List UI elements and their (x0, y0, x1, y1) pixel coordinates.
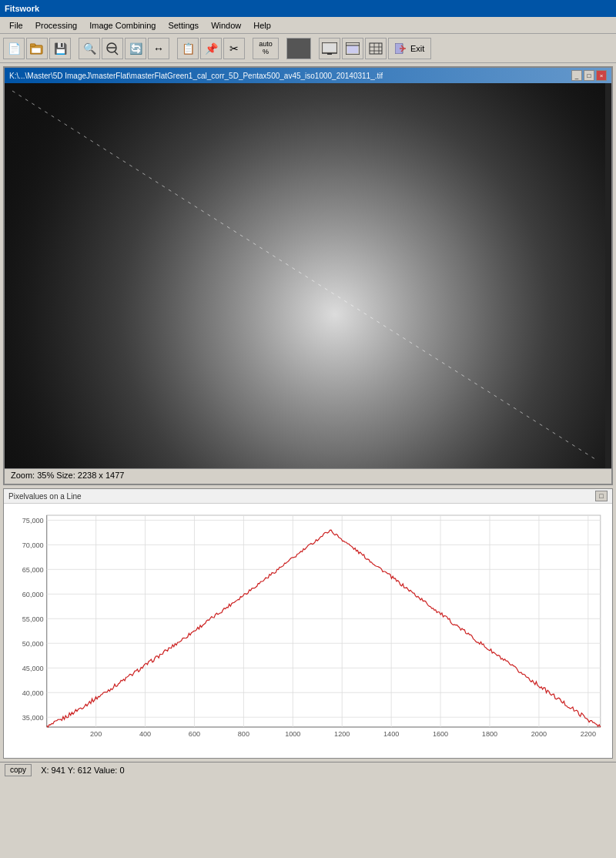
svg-rect-10 (347, 45, 358, 53)
svg-text:45,000: 45,000 (22, 665, 44, 672)
chart-area: 35,00040,00045,00050,00055,00060,00065,0… (4, 504, 612, 758)
toolbar-paste-button[interactable]: 📌 (200, 38, 222, 59)
flat-field-image (5, 83, 605, 468)
chart-options-button[interactable]: □ (595, 491, 608, 501)
svg-text:1800: 1800 (482, 730, 497, 738)
svg-rect-21 (47, 515, 601, 727)
toolbar-zoom-in-button[interactable]: 🔍 (79, 38, 100, 59)
toolbar-flip-button[interactable]: ↔ (148, 38, 169, 59)
svg-text:75,000: 75,000 (22, 517, 44, 525)
app-title-bar: Fitswork (0, 0, 616, 17)
app-title: Fitswork (5, 4, 39, 13)
menu-help[interactable]: Help (247, 19, 277, 32)
image-window-titlebar: K:\...\Master\5D ImageJ\masterFlat\maste… (5, 68, 611, 83)
toolbar-auto-button[interactable]: auto% (253, 38, 279, 59)
svg-rect-1 (30, 44, 35, 46)
svg-text:2000: 2000 (531, 730, 547, 738)
toolbar-save-button[interactable]: 💾 (49, 38, 71, 59)
svg-text:200: 200 (90, 730, 102, 738)
toolbar-open-button[interactable] (26, 38, 48, 59)
svg-text:40,000: 40,000 (22, 689, 44, 697)
window-restore-button[interactable]: □ (584, 70, 594, 81)
svg-text:1600: 1600 (433, 730, 448, 738)
menu-settings[interactable]: Settings (162, 19, 205, 32)
menu-file[interactable]: File (3, 19, 29, 32)
image-window-title: K:\...\Master\5D ImageJ\masterFlat\maste… (9, 72, 383, 80)
window-controls: _ □ × (571, 70, 607, 81)
menu-bar: File Processing Image Combining Settings… (0, 17, 616, 34)
toolbar-color-preview (286, 38, 311, 59)
svg-text:55,000: 55,000 (22, 615, 44, 623)
svg-text:35,000: 35,000 (22, 714, 44, 722)
toolbar: 📄 💾 🔍 🔄 ↔ 📋 📌 ✂ auto% Exit (0, 34, 616, 63)
svg-rect-12 (370, 43, 382, 54)
svg-rect-7 (323, 44, 336, 52)
toolbar-rotate-button[interactable]: 🔄 (125, 38, 146, 59)
menu-window[interactable]: Window (205, 19, 247, 32)
chart-panel: Pixelvalues on a Line □ 35,00040,00045,0… (3, 488, 613, 759)
window-minimize-button[interactable]: _ (571, 70, 582, 81)
image-canvas (5, 83, 605, 468)
svg-text:1000: 1000 (285, 730, 300, 738)
menu-processing[interactable]: Processing (29, 19, 83, 32)
copy-button[interactable]: copy (5, 764, 32, 776)
svg-text:60,000: 60,000 (22, 591, 44, 598)
status-bar: copy X: 941 Y: 612 Value: 0 (0, 762, 616, 777)
chart-title-bar: Pixelvalues on a Line □ (4, 489, 612, 504)
svg-text:2200: 2200 (581, 730, 596, 738)
toolbar-window-button[interactable] (342, 38, 363, 59)
toolbar-zoom-out-button[interactable] (102, 38, 123, 59)
image-zoom-size: Zoom: 35% Size: 2238 x 1477 (11, 471, 124, 480)
toolbar-display-button[interactable] (319, 38, 340, 59)
toolbar-new-button[interactable]: 📄 (3, 38, 25, 59)
image-window: K:\...\Master\5D ImageJ\masterFlat\maste… (3, 66, 613, 485)
toolbar-exit-button[interactable]: Exit (388, 38, 431, 59)
chart-svg: 35,00040,00045,00050,00055,00060,00065,0… (4, 504, 612, 758)
svg-rect-2 (32, 48, 41, 53)
svg-text:65,000: 65,000 (22, 566, 44, 574)
menu-image-combining[interactable]: Image Combining (83, 19, 162, 32)
svg-text:70,000: 70,000 (22, 541, 44, 549)
svg-rect-8 (327, 53, 332, 55)
toolbar-grid-button[interactable] (365, 38, 387, 59)
svg-text:600: 600 (189, 730, 200, 738)
svg-text:1400: 1400 (383, 730, 399, 738)
window-close-button[interactable]: × (596, 70, 607, 81)
svg-text:400: 400 (139, 730, 151, 738)
svg-line-5 (115, 52, 118, 55)
chart-title-label: Pixelvalues on a Line (8, 492, 82, 501)
exit-label: Exit (410, 44, 424, 53)
image-statusbar: Zoom: 35% Size: 2238 x 1477 (5, 468, 611, 484)
toolbar-copy-button[interactable]: 📋 (177, 38, 199, 59)
svg-text:800: 800 (238, 730, 249, 738)
toolbar-cut-button[interactable]: ✂ (223, 38, 245, 59)
svg-text:50,000: 50,000 (22, 640, 44, 648)
svg-text:1200: 1200 (334, 730, 350, 738)
cursor-status: X: 941 Y: 612 Value: 0 (41, 766, 124, 775)
